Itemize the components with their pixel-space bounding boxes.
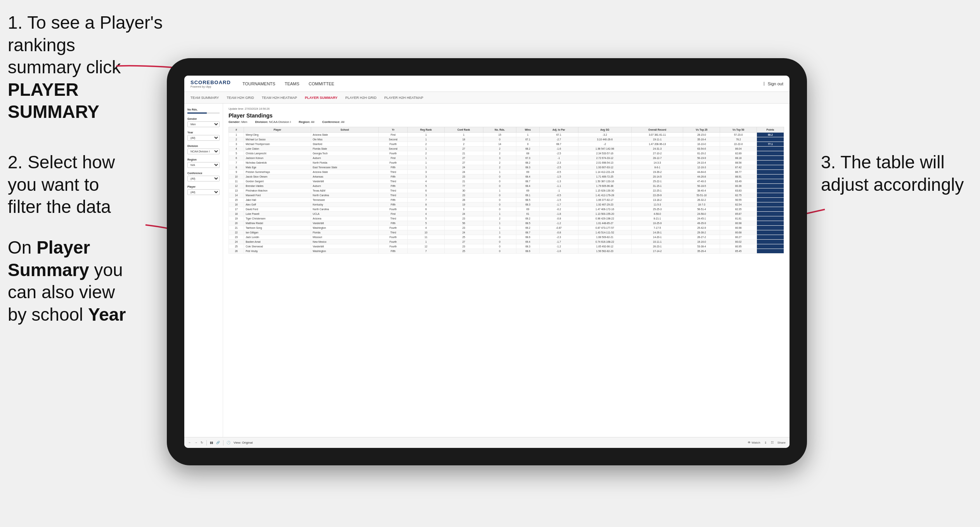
table-cell: 1 bbox=[483, 170, 516, 175]
table-cell: 68.5 bbox=[516, 198, 539, 202]
sign-out-link[interactable]: Sign out bbox=[768, 80, 783, 88]
table-cell: Fifth bbox=[379, 249, 408, 254]
table-cell: Fifth bbox=[379, 198, 408, 202]
table-cell: 1.79 605-96-38 bbox=[578, 184, 631, 188]
table-cell: 80.02 bbox=[720, 240, 757, 244]
table-cell: 25 bbox=[229, 244, 244, 249]
sub-nav-player-summary[interactable]: PLAYER SUMMARY bbox=[305, 96, 338, 100]
table-cell: 88.18 bbox=[720, 156, 757, 161]
toolbar-clock-btn[interactable]: 🕐 bbox=[227, 441, 230, 444]
table-cell: 1.14 412-221-24 bbox=[578, 170, 631, 175]
table-cell: 21 bbox=[444, 151, 483, 156]
table-cell: Vanderbilt bbox=[311, 221, 379, 226]
table-cell: 8-21-1 bbox=[631, 216, 683, 221]
table-cell: Jacob Skov Olesen bbox=[244, 175, 311, 179]
table-cell: 23 bbox=[444, 216, 483, 221]
table-cell: 47-40-3 bbox=[683, 179, 720, 184]
table-cell: 87.42 bbox=[720, 165, 757, 170]
toolbar-grid-btn[interactable]: ☷ bbox=[771, 441, 774, 444]
sub-nav-player-h2h-grid[interactable]: PLAYER H2H GRID bbox=[345, 96, 376, 100]
table-cell bbox=[757, 221, 784, 226]
table-cell: 8 bbox=[408, 202, 444, 207]
table-cell: 82.54 bbox=[720, 202, 757, 207]
table-cell: 61-20-2 bbox=[683, 151, 720, 156]
toolbar-link-btn[interactable]: 🔗 bbox=[216, 441, 220, 444]
table-cell: 68.4 bbox=[516, 184, 539, 188]
nav-item-tournaments[interactable]: TOURNAMENTS bbox=[242, 80, 275, 88]
table-cell: 13-18-2 bbox=[631, 198, 683, 202]
table-cell: Preston Summerhays bbox=[244, 170, 311, 175]
toolbar-back-btn[interactable]: ← bbox=[188, 441, 191, 444]
sub-nav-team-h2h-grid[interactable]: TEAM H2H GRID bbox=[227, 96, 254, 100]
table-cell: 12 bbox=[408, 244, 444, 249]
table-head: # Player School Yr Reg Rank Conf Rank No… bbox=[229, 127, 784, 133]
filter-player-select[interactable]: (All) bbox=[187, 189, 220, 195]
table-cell: Third bbox=[379, 179, 408, 184]
filter-year-select[interactable]: (All) bbox=[187, 135, 220, 141]
table-cell: Fifth bbox=[379, 184, 408, 188]
table-cell: Florida bbox=[311, 230, 379, 235]
filter-region-select[interactable]: N/A bbox=[187, 162, 220, 168]
filter-no-rds-slider[interactable] bbox=[187, 112, 220, 114]
toolbar-download-btn[interactable]: ⇓ bbox=[764, 441, 767, 444]
table-cell: 80.36 bbox=[720, 184, 757, 188]
table-cell: 24 bbox=[444, 212, 483, 216]
table-cell: 2 bbox=[483, 147, 516, 151]
table-cell: Fifth bbox=[379, 221, 408, 226]
main-nav: TOURNAMENTS TEAMS COMMITTEE bbox=[242, 80, 764, 88]
toolbar-watch-btn[interactable]: 👁 Watch bbox=[748, 441, 760, 444]
table-cell bbox=[757, 170, 784, 175]
table-cell: 18 bbox=[444, 137, 483, 142]
table-cell: Florida State bbox=[311, 147, 379, 151]
table-cell: 56-51-4 bbox=[683, 207, 720, 212]
nav-item-teams[interactable]: TEAMS bbox=[285, 80, 300, 88]
annotation-mid-left: 2. Select how you want to filter the dat… bbox=[8, 151, 147, 218]
table-cell: Georgia Tech bbox=[311, 151, 379, 156]
filter-conference-select[interactable]: (All) bbox=[187, 176, 220, 181]
table-cell: Second bbox=[379, 147, 408, 151]
table-row: 16Alex GoffKentuckyFifth819068.3-1.71.92… bbox=[229, 202, 784, 207]
table-cell: 68.6 bbox=[516, 235, 539, 240]
table-cell: Luke Powell bbox=[244, 212, 311, 216]
table-cell: 21 bbox=[444, 179, 483, 184]
table-cell: 7 bbox=[408, 249, 444, 254]
table-row: 24Bastien AmatNew MexicoFourth127069.4-1… bbox=[229, 240, 784, 244]
table-cell: 1.68 509-82-21 bbox=[578, 235, 631, 240]
logo-subtitle: Powered by clipp bbox=[190, 85, 231, 88]
table-cell: Taehoon Song bbox=[244, 226, 311, 230]
table-cell: 20-14-5 bbox=[631, 175, 683, 179]
table-cell: 57-23-0 bbox=[720, 133, 757, 137]
table-cell: 0 bbox=[483, 179, 516, 184]
table-cell: 24-10-4 bbox=[683, 161, 720, 165]
table-cell: 17-14-2 bbox=[631, 249, 683, 254]
toolbar-reload-btn[interactable]: ↻ bbox=[201, 441, 203, 444]
table-cell: 1.66 377-82-17 bbox=[578, 198, 631, 202]
table-cell bbox=[757, 179, 784, 184]
table-cell: 68.2 bbox=[516, 161, 539, 165]
filter-gender-select[interactable]: Men bbox=[187, 121, 220, 127]
table-cell: -2 bbox=[578, 142, 631, 147]
toolbar-copy-btn[interactable]: ▮▮ bbox=[210, 441, 213, 444]
table-cell: 3.07 381-61-11 bbox=[631, 133, 683, 137]
table-cell: 10 bbox=[408, 230, 444, 235]
table-cell: Fourth bbox=[379, 142, 408, 147]
table-cell: 24-31-3 bbox=[631, 147, 683, 151]
table-cell: David Ford bbox=[244, 207, 311, 212]
table-row: 15Jake HallTennesseeFifth728068.5-1.51.6… bbox=[229, 198, 784, 202]
col-conf-rank: Conf Rank bbox=[444, 127, 483, 133]
toolbar-forward-btn[interactable]: → bbox=[194, 441, 197, 444]
sub-nav-team-summary[interactable]: TEAM SUMMARY bbox=[190, 96, 219, 100]
filter-division-select[interactable]: NCAA Division I bbox=[187, 149, 220, 154]
sub-nav-team-h2h-heatmap[interactable]: TEAM H2H HEATMAP bbox=[262, 96, 297, 100]
table-cell bbox=[757, 240, 784, 244]
sub-nav-player-h2h-heatmap[interactable]: PLAYER H2H HEATMAP bbox=[384, 96, 423, 100]
filter-group-player: Player (All) bbox=[187, 185, 220, 195]
table-cell: 1 bbox=[483, 212, 516, 216]
table-cell bbox=[757, 188, 784, 193]
table-cell: 86.04 bbox=[720, 147, 757, 151]
table-cell: 68 bbox=[516, 151, 539, 156]
toolbar-share-btn[interactable]: Share bbox=[777, 441, 786, 444]
table-cell: 24 bbox=[444, 170, 483, 175]
table-cell: 67.1 bbox=[516, 137, 539, 142]
nav-item-committee[interactable]: COMMITTEE bbox=[309, 80, 334, 88]
